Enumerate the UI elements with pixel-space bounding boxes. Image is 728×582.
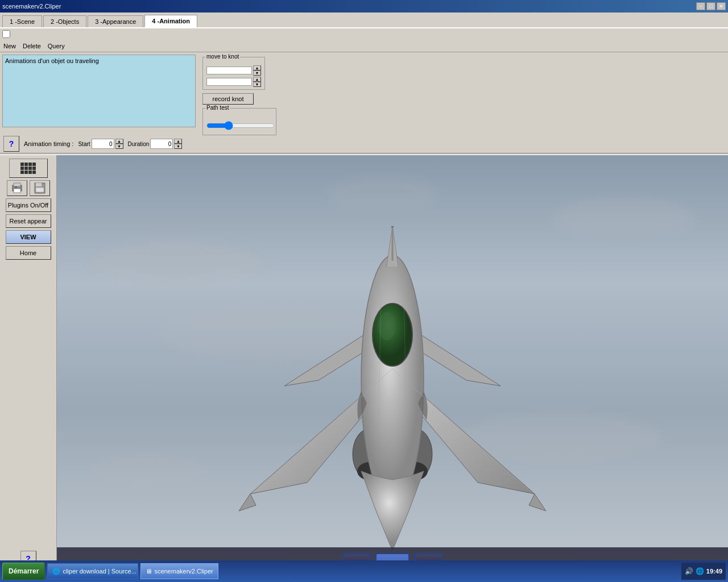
new-button[interactable]: New <box>2 43 17 49</box>
taskbar-item-cliper[interactable]: 🌐 cliper download | Source... <box>47 563 138 579</box>
title-bar: scenemakerv2.Cliper − □ ✕ <box>0 0 728 13</box>
duration-input[interactable] <box>150 139 173 149</box>
duration-group: Duration ▲ ▼ <box>128 139 183 149</box>
save-icon <box>34 182 46 194</box>
save-icon-button[interactable] <box>30 180 50 196</box>
path-test-slider[interactable] <box>206 121 275 130</box>
animation-list-text: Animations d'un objet ou traveling <box>5 57 99 64</box>
move-to-knot-label: move to knot <box>205 53 240 60</box>
cloud-6 <box>325 177 439 211</box>
svg-marker-12 <box>529 494 546 511</box>
checkbox-row <box>0 28 728 40</box>
maximize-button[interactable]: □ <box>706 2 715 10</box>
grid-icon <box>20 163 36 174</box>
record-knot-button[interactable]: record knot <box>202 93 254 105</box>
print-icon-button[interactable] <box>7 180 27 196</box>
start-spinner: ▲ ▼ <box>115 139 123 149</box>
svg-rect-1 <box>14 183 20 186</box>
taskbar: Démarrer 🌐 cliper download | Source... 🖥… <box>0 560 728 582</box>
svg-marker-11 <box>239 494 256 511</box>
title-bar-controls: − □ ✕ <box>696 2 726 10</box>
close-button[interactable]: ✕ <box>717 2 726 10</box>
animation-list[interactable]: Animations d'un objet ou traveling <box>2 55 196 127</box>
icon-row <box>7 180 50 196</box>
svg-point-17 <box>361 255 424 505</box>
taskbar-right: 🔊 🌐 19:49 <box>681 563 726 580</box>
plugins-button[interactable]: Plugins On/Off <box>6 198 51 212</box>
taskbar-item-scenemaker-label: scenemakerv2.Cliper <box>154 568 213 575</box>
start-down-button[interactable]: ▼ <box>115 144 123 149</box>
svg-marker-10 <box>421 335 500 386</box>
sys-icon-sound: 🔊 <box>685 567 693 575</box>
timing-row: ? Animation timing : Start ▲ ▼ Duration … <box>0 135 728 153</box>
tab-bar: 1 -Scene 2 -Objects 3 -Appearance 4 -Ani… <box>0 13 728 28</box>
svg-rect-6 <box>36 188 44 192</box>
timing-label: Animation timing : <box>24 140 73 147</box>
svg-rect-5 <box>36 183 42 186</box>
print-icon <box>11 182 23 194</box>
taskbar-item-cliper-label: cliper download | Source... <box>63 568 136 575</box>
taskbar-item-scenemaker[interactable]: 🖥 scenemakerv2.Cliper <box>140 563 218 579</box>
home-button[interactable]: Home <box>6 246 51 260</box>
cloud-5 <box>90 454 204 488</box>
animation-panel: Animations d'un objet ou traveling move … <box>0 52 728 135</box>
svg-rect-2 <box>14 189 20 193</box>
duration-spinner: ▲ ▼ <box>174 139 182 149</box>
start-input[interactable] <box>92 139 114 149</box>
clock: 19:49 <box>706 568 722 575</box>
start-button[interactable]: Démarrer <box>2 563 45 580</box>
tab-objects[interactable]: 2 -Objects <box>43 15 86 27</box>
jet-container <box>193 210 592 562</box>
svg-rect-3 <box>15 186 17 188</box>
duration-down-button[interactable]: ▼ <box>174 144 182 149</box>
tab-appearance[interactable]: 3 -Appearance <box>88 15 143 27</box>
fighter-jet <box>193 210 592 562</box>
tab-scene[interactable]: 1 -Scene <box>2 15 42 27</box>
delete-button[interactable]: Delete <box>22 43 42 49</box>
duration-up-button[interactable]: ▲ <box>174 139 182 144</box>
taskbar-item-scenemaker-icon: 🖥 <box>146 568 152 575</box>
grid-icon-button[interactable] <box>9 159 48 178</box>
minimize-button[interactable]: − <box>696 2 705 10</box>
sys-icon-network: 🌐 <box>696 567 704 575</box>
knot2-up-button[interactable]: ▲ <box>253 77 261 82</box>
toolbar: New Delete Query <box>0 40 728 52</box>
application-window: scenemakerv2.Cliper − □ ✕ 1 -Scene 2 -Ob… <box>0 0 728 581</box>
bottom-area: Plugins On/Off Reset appear VIEW Home ? <box>0 155 728 581</box>
knot2-down-button[interactable]: ▼ <box>253 82 261 87</box>
duration-label: Duration <box>128 141 150 147</box>
start-up-button[interactable]: ▲ <box>115 139 123 144</box>
knot-down-button[interactable]: ▼ <box>253 70 261 76</box>
path-test-label: Path test <box>205 105 230 111</box>
checkbox-input[interactable] <box>2 30 10 38</box>
query-button[interactable]: Query <box>47 43 66 49</box>
title-bar-text: scenemakerv2.Cliper <box>2 3 61 10</box>
taskbar-item-cliper-icon: 🌐 <box>52 568 60 575</box>
viewport[interactable]: ⏮ ▶ ⏭ <box>57 155 728 581</box>
tab-animation[interactable]: 4 -Animation <box>144 15 197 27</box>
knot-up-button[interactable]: ▲ <box>253 65 261 70</box>
help-button-top[interactable]: ? <box>3 136 19 152</box>
animation-controls: move to knot ▲ ▼ ▲ ▼ <box>200 55 279 132</box>
sidebar: Plugins On/Off Reset appear VIEW Home ? <box>0 155 57 581</box>
reset-appear-button[interactable]: Reset appear <box>6 214 51 228</box>
svg-marker-9 <box>284 335 364 386</box>
start-group: Start ▲ ▼ <box>78 139 123 149</box>
view-button[interactable]: VIEW <box>6 230 51 244</box>
start-label: Start <box>78 141 90 147</box>
